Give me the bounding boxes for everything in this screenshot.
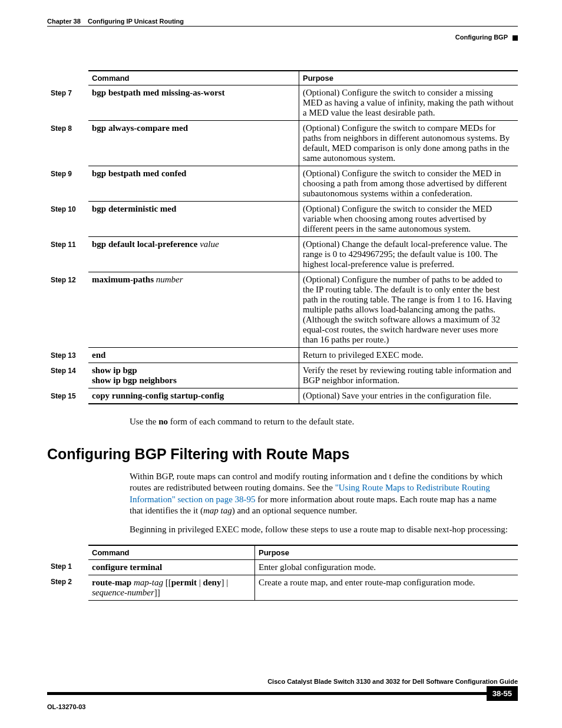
step-label: Step 13 <box>47 348 88 363</box>
purpose-cell: (Optional) Configure the number of paths… <box>299 272 518 348</box>
step-label: Step 8 <box>47 121 88 166</box>
col-purpose: Purpose <box>299 71 518 85</box>
purpose-cell: (Optional) Change the default local-pref… <box>299 237 518 272</box>
step-label: Step 10 <box>47 202 88 237</box>
command-cell: bgp bestpath med missing-as-worst <box>88 85 299 121</box>
decoration-square <box>513 35 518 41</box>
purpose-cell: (Optional) Save your entries in the conf… <box>299 388 518 404</box>
command-cell: bgp bestpath med confed <box>88 166 299 202</box>
step-label: Step 7 <box>47 85 88 121</box>
section-heading: Configuring BGP Filtering with Route Map… <box>47 446 518 463</box>
command-cell: bgp deterministic med <box>88 202 299 237</box>
paragraph-1: Within BGP, route maps can control and m… <box>130 471 512 517</box>
note-text: Use the no form of each command to retur… <box>130 416 512 428</box>
col2-command: Command <box>88 545 255 560</box>
command-cell: bgp default local-preference value <box>88 237 299 272</box>
paragraph-2: Beginning in privileged EXEC mode, follo… <box>130 524 512 536</box>
section-title: Configuring BGP <box>455 34 508 41</box>
purpose-cell: (Optional) Configure the switch to consi… <box>299 85 518 121</box>
step-label: Step 1 <box>47 560 88 575</box>
step-label: Step 12 <box>47 272 88 348</box>
command-cell: copy running-config startup-config <box>88 388 299 404</box>
guide-title: Cisco Catalyst Blade Switch 3130 and 303… <box>47 678 518 686</box>
step-label: Step 15 <box>47 388 88 404</box>
step-label: Step 2 <box>47 575 88 601</box>
step-label: Step 14 <box>47 363 88 388</box>
command-cell: bgp always-compare med <box>88 121 299 166</box>
command-cell: maximum-paths number <box>88 272 299 348</box>
col2-purpose: Purpose <box>255 545 518 560</box>
chapter-label: Chapter 38 <box>47 18 81 25</box>
purpose-cell: (Optional) Configure the switch to consi… <box>299 202 518 237</box>
purpose-cell: (Optional) Configure the switch to compa… <box>299 121 518 166</box>
purpose-cell: Return to privileged EXEC mode. <box>299 348 518 363</box>
purpose-cell: Enter global configuration mode. <box>255 560 518 575</box>
doc-id: OL-13270-03 <box>47 703 518 710</box>
command-cell: route-map map-tag [[permit | deny] | seq… <box>88 575 255 601</box>
command-cell: show ip bgpshow ip bgp neighbors <box>88 363 299 388</box>
command-cell: configure terminal <box>88 560 255 575</box>
purpose-cell: Create a route map, and enter route-map … <box>255 575 518 601</box>
step-label: Step 11 <box>47 237 88 272</box>
col-command: Command <box>88 71 299 85</box>
purpose-cell: (Optional) Configure the switch to consi… <box>299 166 518 202</box>
command-cell: end <box>88 348 299 363</box>
chapter-title: Configuring IP Unicast Routing <box>88 18 184 25</box>
command-table-2: Command Purpose Step 1configure terminal… <box>47 545 518 601</box>
page-number: 38-55 <box>487 686 518 701</box>
step-label: Step 9 <box>47 166 88 202</box>
purpose-cell: Verify the reset by reviewing routing ta… <box>299 363 518 388</box>
command-table-1: Command Purpose Step 7bgp bestpath med m… <box>47 70 518 404</box>
